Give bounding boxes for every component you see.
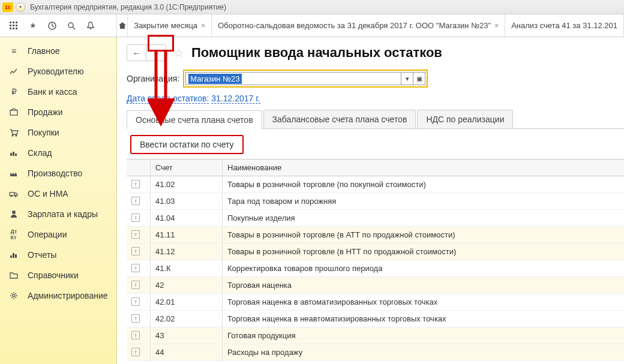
content-area: ← → ☆ Помощник ввода начальных остатков … [117, 37, 624, 364]
table-row[interactable]: т41.04Покупные изделия [127, 210, 624, 227]
cell-account: 41.11 [151, 227, 223, 243]
open-card-icon[interactable]: ▣ [413, 72, 425, 85]
titlebar-dropdown-icon[interactable]: ▾ [16, 2, 25, 12]
page-title: Помощник ввода начальных остатков [191, 45, 442, 61]
nav-buttons: ← → [127, 44, 166, 61]
table-row[interactable]: т41.02Товары в розничной торговле (по по… [127, 176, 624, 193]
organization-input[interactable]: Магазин №23 [185, 72, 401, 85]
tab-osv[interactable]: Оборотно-сальдовая ведомость за 31 декаб… [212, 14, 505, 37]
gear-icon [8, 290, 19, 301]
sidebar-item-admin[interactable]: Администрирование [0, 285, 116, 306]
sidebar-item-sales[interactable]: Продажи [0, 102, 116, 122]
tab-vat-sales[interactable]: НДС по реализации [417, 110, 513, 128]
close-icon[interactable]: × [201, 22, 205, 30]
table-row[interactable]: т42.01Торговая наценка в автоматизирован… [127, 294, 624, 311]
svg-rect-3 [10, 25, 11, 26]
sidebar-item-salary[interactable]: Зарплата и кадры [0, 204, 116, 224]
account-icon: т [131, 331, 140, 339]
search-icon[interactable] [66, 20, 77, 31]
account-icon: т [131, 230, 140, 239]
dropdown-icon[interactable]: ▾ [401, 72, 413, 85]
forward-button[interactable]: → [146, 45, 166, 61]
table-row[interactable]: т42.02Торговая наценка в неавтоматизиров… [127, 311, 624, 327]
cell-name: Товары в розничной торговле (в НТТ по пр… [223, 243, 624, 260]
window-title: Бухгалтерия предприятия, редакция 3.0 (1… [30, 3, 226, 11]
sidebar-item-label: Главное [28, 46, 60, 56]
sidebar-item-warehouse[interactable]: Склад [0, 143, 116, 163]
enter-balances-button[interactable]: Ввести остатки по счету [130, 135, 244, 154]
truck-icon [8, 188, 19, 199]
cell-account: 42.02 [151, 311, 223, 327]
svg-rect-18 [10, 192, 14, 195]
grid-head-name[interactable]: Наименование [223, 160, 624, 176]
svg-rect-12 [10, 110, 17, 115]
sidebar-item-production[interactable]: Производство [0, 163, 116, 183]
table-row[interactable]: т41.12Товары в розничной торговле (в НТТ… [127, 243, 624, 260]
svg-rect-17 [15, 154, 17, 156]
sidebar-item-director[interactable]: Руководителю [0, 61, 116, 82]
factory-icon [8, 168, 19, 179]
date-label: Дата ввода остатков: [127, 94, 209, 104]
account-icon: т [131, 180, 140, 188]
tab-main-accounts[interactable]: Основные счета плана счетов [127, 110, 262, 129]
bell-icon[interactable] [85, 20, 96, 31]
sidebar-item-reports[interactable]: Отчеты [0, 245, 116, 265]
organization-value: Магазин №23 [188, 74, 241, 84]
sidebar-item-assets[interactable]: ОС и НМА [0, 183, 116, 204]
history-icon[interactable] [47, 20, 58, 31]
balances-date-link[interactable]: Дата ввода остатков: 31.12.2017 г. [127, 94, 260, 104]
svg-rect-0 [10, 22, 11, 23]
svg-point-13 [12, 135, 13, 136]
top-toolbar: ★ Закрытие месяца × Оборотно-сальдовая в… [0, 14, 624, 37]
sidebar-item-bank[interactable]: ₽Банк и касса [0, 82, 116, 102]
ruble-icon: ₽ [8, 86, 19, 97]
sidebar-item-operations[interactable]: ДтКтОперации [0, 224, 116, 245]
tab-account-analysis[interactable]: Анализ счета 41 за 31.12.201 [505, 14, 624, 37]
warehouse-icon [8, 148, 19, 158]
home-tab-icon[interactable] [117, 14, 128, 37]
sidebar-item-label: Покупки [28, 128, 59, 137]
sidebar-item-main[interactable]: ≡Главное [0, 41, 116, 61]
tab-strip: Закрытие месяца × Оборотно-сальдовая вед… [117, 14, 624, 37]
sidebar-item-label: Отчеты [28, 250, 56, 260]
cell-name: Расходы на продажу [223, 344, 624, 360]
sidebar-item-dictionaries[interactable]: Справочники [0, 265, 116, 285]
cell-account: 41.02 [151, 176, 223, 192]
cell-name: Тара под товаром и порожняя [223, 193, 624, 209]
cell-account: 41.04 [151, 210, 223, 226]
account-icon: т [131, 197, 140, 205]
apps-grid-icon[interactable] [8, 20, 19, 31]
svg-point-19 [11, 195, 12, 197]
folder-icon [8, 270, 19, 281]
cell-account: 44 [151, 344, 223, 360]
svg-rect-6 [10, 28, 11, 29]
svg-point-14 [16, 135, 17, 136]
tab-label: Основные счета плана счетов [136, 115, 253, 125]
svg-point-10 [68, 23, 73, 28]
cell-name: Торговая наценка в неавтоматизированных … [223, 311, 624, 327]
back-button[interactable]: ← [127, 45, 146, 61]
table-row[interactable]: т41.ККорректировка товаров прошлого пери… [127, 260, 624, 277]
account-icon: т [131, 281, 140, 289]
svg-rect-1 [13, 22, 14, 23]
close-icon[interactable]: × [494, 22, 499, 30]
favorite-star-icon[interactable]: ☆ [173, 46, 184, 60]
tab-offbalance-accounts[interactable]: Забалансовые счета плана счетов [263, 110, 416, 128]
table-row[interactable]: т44Расходы на продажу [127, 344, 624, 361]
star-icon[interactable]: ★ [28, 20, 38, 31]
sidebar-item-label: Зарплата и кадры [28, 209, 98, 219]
organization-field-highlight: Магазин №23 ▾ ▣ [183, 70, 428, 88]
svg-line-11 [73, 27, 75, 29]
table-row[interactable]: т41.11Товары в розничной торговле (в АТТ… [127, 227, 624, 243]
table-row[interactable]: т42Торговая наценка [127, 277, 624, 294]
table-row[interactable]: т43Готовая продукция [127, 327, 624, 344]
button-label: Ввести остатки по счету [140, 140, 234, 149]
grid-head-account[interactable]: Счет [151, 160, 223, 176]
person-icon [8, 209, 19, 219]
sidebar-item-purchases[interactable]: Покупки [0, 122, 116, 143]
tab-closing-month[interactable]: Закрытие месяца × [128, 14, 212, 37]
sidebar-item-label: Производство [28, 169, 82, 178]
svg-rect-8 [16, 28, 17, 29]
tab-label: Оборотно-сальдовая ведомость за 31 декаб… [218, 21, 491, 30]
table-row[interactable]: т41.03Тара под товаром и порожняя [127, 193, 624, 210]
